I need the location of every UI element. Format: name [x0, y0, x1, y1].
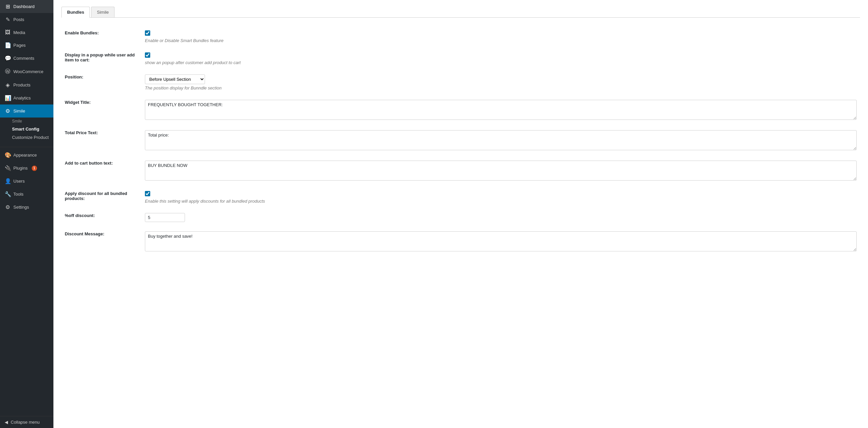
- sidebar-item-appearance[interactable]: 🎨 Appearance: [0, 149, 54, 161]
- sidebar-item-label: Analytics: [13, 95, 31, 100]
- media-icon: 🖼: [5, 29, 11, 35]
- sidebar-item-label: Pages: [13, 43, 26, 48]
- sidebar-item-label: Comments: [13, 56, 34, 61]
- discount-message-label: Discount Message:: [65, 232, 104, 236]
- collapse-label: Collapse menu: [11, 420, 40, 425]
- position-select[interactable]: Before Upsell Section After Upsell Secti…: [145, 74, 205, 84]
- settings-form: Enable Bundles: Enable or Disable Smart …: [61, 26, 860, 257]
- percent-off-input[interactable]: [145, 213, 185, 222]
- display-popup-label: Display in a popup while user add item t…: [65, 53, 134, 62]
- sidebar-item-label: Media: [13, 30, 25, 35]
- main-content: Bundles Simile Enable Bundles: Enable or…: [54, 0, 868, 428]
- sidebar-item-label: Tools: [13, 192, 23, 196]
- widget-title-label: Widget Title:: [65, 100, 91, 105]
- sidebar-item-settings[interactable]: ⚙ Settings: [0, 201, 54, 214]
- apply-discount-row: Apply discount for all bundled products:…: [61, 186, 860, 208]
- total-price-text-input[interactable]: [145, 130, 857, 150]
- sidebar-item-label: Simile: [13, 109, 25, 114]
- sidebar-item-dashboard[interactable]: ⊞ Dashboard: [0, 0, 54, 13]
- users-icon: 👤: [5, 178, 11, 184]
- enable-bundles-description: Enable or Disable Smart Bundles feature: [145, 38, 857, 43]
- dashboard-icon: ⊞: [5, 3, 11, 10]
- sidebar-item-tools[interactable]: 🔧 Tools: [0, 188, 54, 201]
- display-popup-description: show an popup after customer add product…: [145, 60, 857, 65]
- sidebar-item-woocommerce[interactable]: Ⓦ WooCommerce: [0, 65, 54, 79]
- sidebar-item-label: Dashboard: [13, 4, 35, 9]
- sidebar-item-comments[interactable]: 💬 Comments: [0, 52, 54, 65]
- display-popup-row: Display in a popup while user add item t…: [61, 48, 860, 70]
- widget-title-input[interactable]: [145, 100, 857, 120]
- sidebar-item-label: Products: [13, 83, 30, 88]
- widget-title-row: Widget Title:: [61, 95, 860, 125]
- settings-icon: ⚙: [5, 204, 11, 210]
- plugins-icon: 🔌: [5, 165, 11, 171]
- enable-bundles-checkbox[interactable]: [145, 30, 150, 36]
- add-to-cart-text-input[interactable]: [145, 160, 857, 181]
- collapse-menu-button[interactable]: ◀ Collapse menu: [0, 416, 54, 428]
- position-description: The position display for Bunndle section: [145, 86, 857, 90]
- sidebar-item-label: Posts: [13, 17, 24, 22]
- products-icon: ◈: [5, 82, 11, 88]
- sidebar-group-label: Smile: [0, 118, 54, 125]
- sidebar-item-label: Plugins: [13, 165, 28, 171]
- apply-discount-label: Apply discount for all bundled products:: [65, 191, 127, 201]
- add-to-cart-text-row: Add to cart button text:: [61, 156, 860, 186]
- sidebar-item-label: Users: [13, 179, 25, 184]
- percent-off-label: %off discount:: [65, 213, 95, 218]
- discount-message-row: Discount Message:: [61, 227, 860, 257]
- posts-icon: ✎: [5, 17, 11, 23]
- sidebar-item-media[interactable]: 🖼 Media: [0, 26, 54, 39]
- tabs-bar: Bundles Simile: [61, 7, 860, 18]
- percent-off-row: %off discount:: [61, 208, 860, 227]
- woocommerce-icon: Ⓦ: [5, 68, 11, 75]
- comments-icon: 💬: [5, 55, 11, 61]
- sidebar-item-pages[interactable]: 📄 Pages: [0, 39, 54, 52]
- sidebar-item-label: Settings: [13, 205, 29, 210]
- appearance-icon: 🎨: [5, 152, 11, 158]
- sidebar-item-analytics[interactable]: 📊 Analytics: [0, 91, 54, 104]
- position-row: Position: Before Upsell Section After Up…: [61, 70, 860, 95]
- sidebar-submenu-customize-product[interactable]: Customize Product: [0, 133, 54, 142]
- tab-bundles[interactable]: Bundles: [61, 7, 90, 18]
- analytics-icon: 📊: [5, 95, 11, 101]
- apply-discount-checkbox[interactable]: [145, 191, 150, 196]
- discount-message-input[interactable]: [145, 232, 857, 251]
- sidebar-submenu-smart-config[interactable]: Smart Config: [0, 125, 54, 133]
- sidebar-item-posts[interactable]: ✎ Posts: [0, 13, 54, 26]
- total-price-text-row: Total Price Text:: [61, 125, 860, 156]
- sidebar: ⊞ Dashboard ✎ Posts 🖼 Media 📄 Pages 💬 Co…: [0, 0, 54, 428]
- collapse-icon: ◀: [5, 420, 8, 425]
- display-popup-checkbox[interactable]: [145, 53, 150, 58]
- enable-bundles-label: Enable Bundles:: [65, 30, 99, 35]
- content-area: Bundles Simile Enable Bundles: Enable or…: [54, 0, 868, 428]
- sidebar-item-users[interactable]: 👤 Users: [0, 175, 54, 188]
- pages-icon: 📄: [5, 42, 11, 49]
- sidebar-item-products[interactable]: ◈ Products: [0, 79, 54, 91]
- sidebar-item-label: Appearance: [13, 153, 37, 158]
- sidebar-item-label: WooCommerce: [13, 69, 43, 74]
- tools-icon: 🔧: [5, 191, 11, 197]
- sidebar-item-simile[interactable]: ⚙ Simile: [0, 104, 54, 118]
- tab-simile[interactable]: Simile: [91, 7, 114, 18]
- position-label: Position:: [65, 74, 84, 80]
- plugins-badge: 1: [32, 165, 37, 171]
- apply-discount-description: Enable this setting will apply discounts…: [145, 198, 857, 204]
- simile-icon: ⚙: [5, 108, 11, 114]
- total-price-text-label: Total Price Text:: [65, 130, 98, 135]
- add-to-cart-text-label: Add to cart button text:: [65, 160, 113, 165]
- enable-bundles-row: Enable Bundles: Enable or Disable Smart …: [61, 26, 860, 48]
- sidebar-item-plugins[interactable]: 🔌 Plugins 1: [0, 161, 54, 175]
